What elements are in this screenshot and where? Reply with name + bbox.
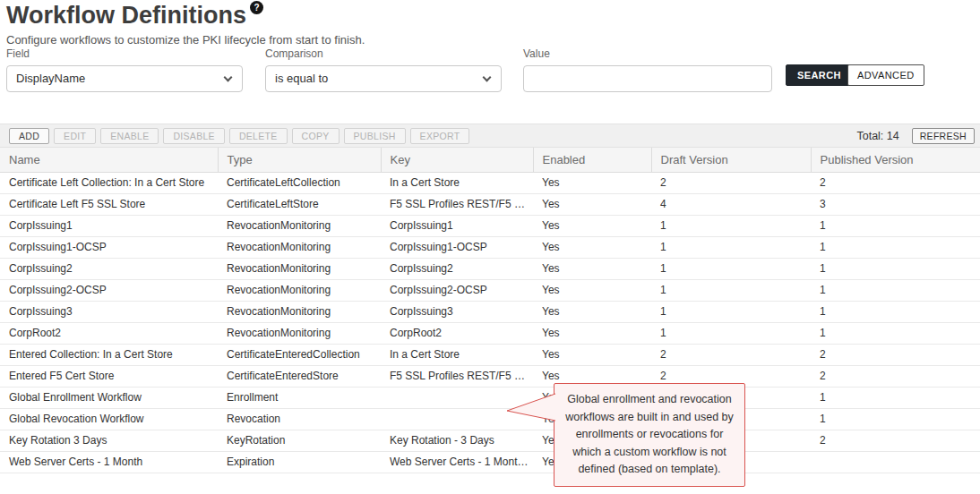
value-input[interactable]	[523, 65, 772, 92]
table-cell: Yes	[533, 322, 651, 344]
column-header-enabled[interactable]: Enabled	[533, 148, 651, 172]
table-cell: 1	[811, 301, 980, 322]
table-cell: Yes	[533, 193, 651, 215]
table-row[interactable]: CorpIssuing2RevocationMonitoringCorpIssu…	[0, 258, 980, 279]
table-cell: 3	[811, 193, 980, 215]
table-cell: 2	[811, 344, 980, 365]
table-row[interactable]: CorpRoot2RevocationMonitoringCorpRoot2Ye…	[0, 322, 980, 344]
table-cell: 1	[811, 258, 980, 279]
table-cell: Yes	[533, 258, 651, 279]
comparison-select-value: is equal to	[275, 72, 328, 85]
table-row[interactable]: Web Server Certs - 1 MonthExpirationWeb …	[0, 451, 980, 473]
export-button: EXPORT	[410, 128, 470, 144]
copy-button: COPY	[292, 128, 340, 144]
column-header-key[interactable]: Key	[381, 148, 533, 172]
table-cell: Yes	[533, 215, 651, 236]
table-cell: In a Cert Store	[381, 344, 533, 365]
table-cell: Key Rotation 3 Days	[0, 430, 218, 451]
field-select[interactable]: DisplayName	[6, 65, 243, 92]
table-cell: 1	[651, 258, 811, 279]
table-cell: Web Server Certs - 1 Month …	[381, 451, 533, 473]
comparison-select[interactable]: is equal to	[265, 65, 502, 92]
column-header-published-version[interactable]: Published Version	[811, 148, 980, 172]
comparison-label: Comparison	[265, 47, 502, 60]
table-cell: Yes	[533, 236, 651, 258]
table-cell: KeyRotation	[218, 430, 381, 451]
table-row[interactable]: Certificate Left Collection: In a Cert S…	[0, 172, 980, 193]
table-row[interactable]: Key Rotation 3 DaysKeyRotationKey Rotati…	[0, 430, 980, 451]
field-label: Field	[6, 47, 243, 60]
workflow-definitions-page: Workflow Definitions? Configure workflow…	[0, 0, 980, 494]
add-button[interactable]: ADD	[9, 128, 49, 144]
table-cell: Key Rotation - 3 Days	[381, 430, 533, 451]
workflow-table: NameTypeKeyEnabledDraft VersionPublished…	[0, 148, 980, 473]
total-count: Total: 14	[856, 130, 898, 142]
table-cell: CorpIssuing1	[0, 215, 218, 236]
field-select-value: DisplayName	[16, 72, 85, 85]
table-cell: Global Enrollment Workflow	[0, 387, 218, 408]
table-cell: 1	[811, 387, 980, 408]
help-icon[interactable]: ?	[250, 1, 263, 14]
table-cell: CertificateLeftStore	[218, 193, 381, 215]
table-cell: CorpIssuing3	[381, 301, 533, 322]
table-cell: RevocationMonitoring	[218, 322, 381, 344]
page-header: Workflow Definitions? Configure workflow…	[6, 0, 365, 47]
table-cell: RevocationMonitoring	[218, 236, 381, 258]
table-cell: RevocationMonitoring	[218, 258, 381, 279]
toolbar-right: Total: 14 REFRESH	[856, 128, 975, 144]
callout-tail	[498, 385, 561, 428]
page-title: Workflow Definitions	[6, 2, 246, 29]
table-row[interactable]: CorpIssuing1-OCSPRevocationMonitoringCor…	[0, 236, 980, 258]
search-form: Field DisplayName Comparison is equal to…	[0, 47, 980, 110]
table-cell: Yes	[533, 344, 651, 365]
table-cell: 2	[811, 365, 980, 387]
table-cell: 2	[651, 344, 811, 365]
table-row[interactable]: CorpIssuing3RevocationMonitoringCorpIssu…	[0, 301, 980, 322]
table-cell: Yes	[533, 172, 651, 193]
edit-button: EDIT	[54, 128, 96, 144]
table-cell: CorpIssuing1	[381, 215, 533, 236]
table-cell	[811, 451, 980, 473]
table-cell: Web Server Certs - 1 Month	[0, 451, 218, 473]
table-row[interactable]: Global Revocation WorkflowRevocationYes1	[0, 408, 980, 430]
column-header-draft-version[interactable]: Draft Version	[651, 148, 811, 172]
search-button[interactable]: SEARCH	[786, 64, 853, 86]
advanced-button[interactable]: ADVANCED	[847, 64, 924, 86]
table-cell: 2	[651, 172, 811, 193]
table-cell: 1	[651, 236, 811, 258]
table-row[interactable]: Global Enrollment WorkflowEnrollmentYes1	[0, 387, 980, 408]
table-cell: F5 SSL Profiles REST/F5 SSL	[381, 365, 533, 387]
table-row[interactable]: Entered F5 Cert StoreCertificateEnteredS…	[0, 365, 980, 387]
table-cell: 1	[651, 301, 811, 322]
table-row[interactable]: CorpIssuing2-OCSPRevocationMonitoringCor…	[0, 279, 980, 301]
table-cell: 2	[811, 172, 980, 193]
table-cell: CorpIssuing1-OCSP	[0, 236, 218, 258]
refresh-button[interactable]: REFRESH	[912, 128, 975, 144]
table-cell: CorpIssuing2	[0, 258, 218, 279]
page-subtitle: Configure workflows to customize the PKI…	[6, 33, 365, 47]
table-cell: CorpRoot2	[381, 322, 533, 344]
column-header-type[interactable]: Type	[218, 148, 381, 172]
table-row[interactable]: Certificate Left F5 SSL StoreCertificate…	[0, 193, 980, 215]
table-row[interactable]: Entered Collection: In a Cert StoreCerti…	[0, 344, 980, 365]
table-header-row: NameTypeKeyEnabledDraft VersionPublished…	[0, 148, 980, 172]
info-callout: Global enrollment and revocation workflo…	[554, 383, 745, 487]
publish-button: PUBLISH	[344, 128, 406, 144]
column-header-name[interactable]: Name	[0, 148, 218, 172]
value-label: Value	[523, 47, 772, 60]
table-row[interactable]: CorpIssuing1RevocationMonitoringCorpIssu…	[0, 215, 980, 236]
table-cell: 1	[811, 215, 980, 236]
enable-button: ENABLE	[100, 128, 159, 144]
workflow-table-body: Certificate Left Collection: In a Cert S…	[0, 172, 980, 473]
toolbar-buttons: ADDEDITENABLEDISABLEDELETECOPYPUBLISHEXP…	[9, 128, 474, 144]
table-cell: Entered F5 Cert Store	[0, 365, 218, 387]
table-cell: 1	[811, 236, 980, 258]
table-cell: Expiration	[218, 451, 381, 473]
table-cell: 1	[651, 322, 811, 344]
table-cell: 1	[651, 215, 811, 236]
table-cell: 2	[811, 430, 980, 451]
table-cell: CorpIssuing1-OCSP	[381, 236, 533, 258]
table-cell: Global Revocation Workflow	[0, 408, 218, 430]
grid-toolbar: ADDEDITENABLEDISABLEDELETECOPYPUBLISHEXP…	[0, 124, 980, 148]
table-cell: Enrollment	[218, 387, 381, 408]
